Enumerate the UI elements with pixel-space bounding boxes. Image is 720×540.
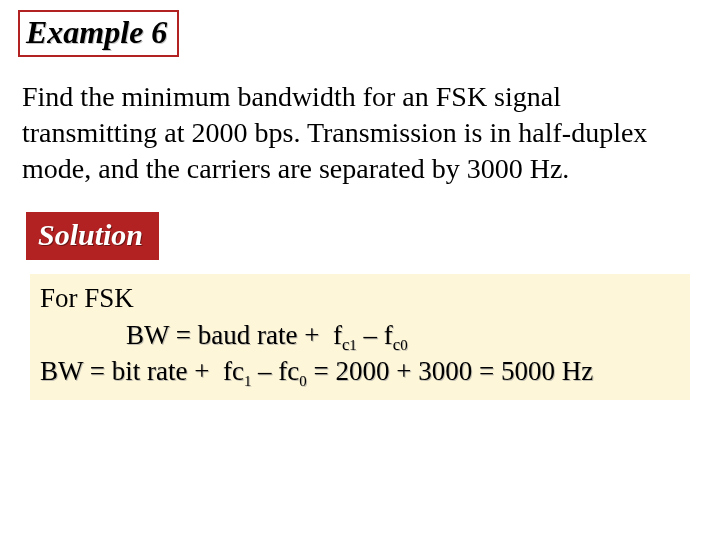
work-line-1-text: For FSK: [40, 283, 134, 313]
l2-s1b: 1: [349, 337, 356, 353]
work-line-1: For FSK: [40, 280, 680, 316]
work-line-2: BW = baud rate + fc1 – fc0: [40, 317, 680, 353]
l3-s2: 0: [299, 374, 306, 390]
l3-f2: fc: [278, 356, 299, 386]
l2-f2: f: [384, 320, 393, 350]
solution-header-text: Solution: [38, 218, 143, 251]
l2-mid: –: [357, 320, 384, 350]
l3-f1: fc: [223, 356, 244, 386]
l2-f1: f: [333, 320, 342, 350]
example-header-text: Example 6: [26, 14, 167, 50]
slide: Example 6 Find the minimum bandwidth for…: [0, 0, 720, 540]
l3-rest: = 2000 + 3000 = 5000 Hz: [307, 356, 593, 386]
problem-statement: Find the minimum bandwidth for an FSK si…: [22, 79, 698, 186]
l3-pre: BW = bit rate +: [40, 356, 216, 386]
l2-pre: BW = baud rate +: [126, 320, 326, 350]
l2-s2b: 0: [400, 337, 407, 353]
solution-work: For FSK BW = baud rate + fc1 – fc0 BW = …: [30, 274, 690, 399]
work-line-3: BW = bit rate + fc1 – fc0 = 2000 + 3000 …: [40, 353, 680, 389]
solution-header-box: Solution: [26, 212, 159, 260]
l3-mid: –: [251, 356, 278, 386]
example-header-box: Example 6: [18, 10, 179, 57]
